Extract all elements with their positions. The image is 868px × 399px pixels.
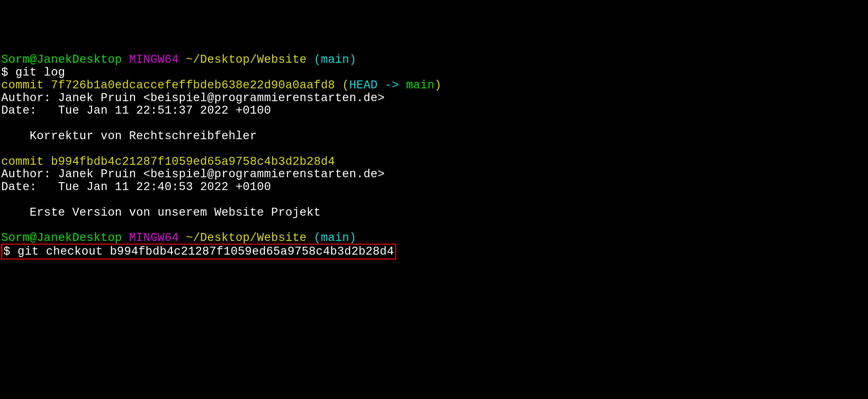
prompt-dollar: $ [1,66,16,79]
commit-label: commit [1,155,51,168]
prompt-path: ~/Desktop/Website [186,53,307,66]
command-text: git log [16,66,65,79]
commit-label: commit [1,78,51,92]
date-line: Date: Tue Jan 11 22:51:37 2022 +0100 [1,104,271,117]
commit-hash: b994fbdb4c21287f1059ed65a9758c4b3d2b28d4 [51,155,335,168]
prompt-user-host: Sorm@JanekDesktop [1,53,122,66]
author-line: Author: Janek Pruin <beispiel@programmie… [1,168,384,180]
paren-open: ( [335,78,349,92]
terminal-output[interactable]: Sorm@JanekDesktop MINGW64 ~/Desktop/Webs… [1,53,867,260]
prompt-dollar: $ [3,245,18,258]
branch-name: main [406,78,434,92]
author-line: Author: Janek Pruin <beispiel@programmie… [1,91,384,104]
date-line: Date: Tue Jan 11 22:40:53 2022 +0100 [1,180,271,193]
prompt-path: ~/Desktop/Website [186,231,307,244]
prompt-branch: (main) [314,53,356,66]
commit-message: Korrektur von Rechtschreibfehler [1,129,257,142]
prompt-shell: MINGW64 [129,53,179,66]
commit-message: Erste Version von unserem Website Projek… [1,206,321,219]
head-pointer: HEAD -> [349,78,406,92]
command-text: git checkout b994fbdb4c21287f1059ed65a97… [18,245,394,258]
prompt-branch: (main) [314,231,356,244]
prompt-user-host: Sorm@JanekDesktop [1,231,122,244]
highlighted-command: $ git checkout b994fbdb4c21287f1059ed65a… [1,244,396,260]
commit-hash: 7f726b1a0edcaccefeffbdeb638e22d90a0aafd8 [51,78,335,92]
prompt-shell: MINGW64 [129,231,179,244]
paren-close: ) [435,78,442,92]
